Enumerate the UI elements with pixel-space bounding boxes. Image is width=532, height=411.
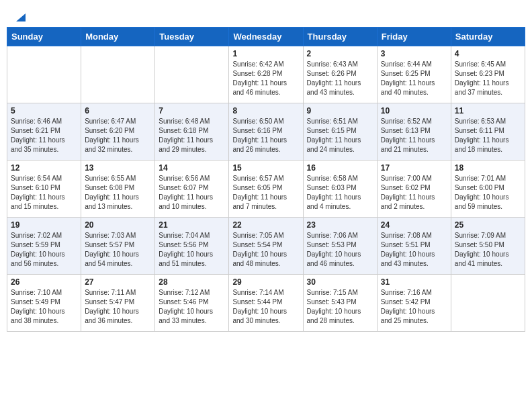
- calendar-cell: 9Sunrise: 6:51 AM Sunset: 6:15 PM Daylig…: [303, 103, 377, 161]
- day-info: Sunrise: 6:54 AM Sunset: 6:10 PM Dayligh…: [11, 174, 77, 212]
- calendar-cell: 1Sunrise: 6:42 AM Sunset: 6:28 PM Daylig…: [229, 46, 303, 103]
- day-info: Sunrise: 6:50 AM Sunset: 6:16 PM Dayligh…: [232, 117, 299, 154]
- calendar-cell: 27Sunrise: 7:11 AM Sunset: 5:47 PM Dayli…: [81, 275, 155, 332]
- calendar-cell: 13Sunrise: 6:55 AM Sunset: 6:08 PM Dayli…: [81, 161, 155, 218]
- calendar-week-2: 12Sunrise: 6:54 AM Sunset: 6:10 PM Dayli…: [7, 161, 525, 218]
- day-info: Sunrise: 6:46 AM Sunset: 6:21 PM Dayligh…: [11, 117, 77, 154]
- day-number: 12: [11, 163, 77, 173]
- day-number: 15: [232, 163, 299, 173]
- day-info: Sunrise: 7:15 AM Sunset: 5:43 PM Dayligh…: [307, 288, 373, 326]
- day-number: 6: [85, 106, 151, 116]
- day-info: Sunrise: 6:45 AM Sunset: 6:23 PM Dayligh…: [455, 60, 521, 97]
- day-number: 8: [232, 106, 299, 116]
- day-header-friday: Friday: [377, 28, 451, 46]
- day-info: Sunrise: 6:51 AM Sunset: 6:15 PM Dayligh…: [307, 117, 373, 154]
- calendar-cell: 17Sunrise: 7:00 AM Sunset: 6:02 PM Dayli…: [377, 161, 451, 218]
- day-info: Sunrise: 6:48 AM Sunset: 6:18 PM Dayligh…: [159, 117, 225, 154]
- calendar-cell: [81, 46, 155, 103]
- day-number: 4: [455, 49, 521, 58]
- calendar-cell: 2Sunrise: 6:43 AM Sunset: 6:26 PM Daylig…: [303, 46, 377, 103]
- calendar-cell: [7, 46, 81, 103]
- day-info: Sunrise: 6:58 AM Sunset: 6:03 PM Dayligh…: [307, 174, 373, 212]
- day-info: Sunrise: 7:04 AM Sunset: 5:56 PM Dayligh…: [159, 231, 225, 269]
- day-header-wednesday: Wednesday: [229, 28, 303, 46]
- day-number: 27: [85, 277, 151, 287]
- calendar-cell: 7Sunrise: 6:48 AM Sunset: 6:18 PM Daylig…: [155, 103, 229, 161]
- calendar-cell: 18Sunrise: 7:01 AM Sunset: 6:00 PM Dayli…: [451, 161, 525, 218]
- calendar-cell: 28Sunrise: 7:12 AM Sunset: 5:46 PM Dayli…: [155, 275, 229, 332]
- day-number: 30: [307, 277, 373, 287]
- calendar-body: 1Sunrise: 6:42 AM Sunset: 6:28 PM Daylig…: [7, 46, 525, 332]
- day-info: Sunrise: 6:52 AM Sunset: 6:13 PM Dayligh…: [381, 117, 447, 154]
- day-info: Sunrise: 6:43 AM Sunset: 6:26 PM Dayligh…: [307, 60, 373, 97]
- day-number: 13: [85, 163, 151, 173]
- day-header-tuesday: Tuesday: [155, 28, 229, 46]
- day-number: 10: [381, 106, 447, 116]
- day-info: Sunrise: 6:44 AM Sunset: 6:25 PM Dayligh…: [381, 60, 447, 97]
- svg-marker-0: [16, 13, 26, 21]
- calendar-cell: 16Sunrise: 6:58 AM Sunset: 6:03 PM Dayli…: [303, 161, 377, 218]
- calendar-week-4: 26Sunrise: 7:10 AM Sunset: 5:49 PM Dayli…: [7, 275, 525, 332]
- day-info: Sunrise: 6:53 AM Sunset: 6:11 PM Dayligh…: [455, 117, 521, 154]
- day-number: 19: [11, 220, 77, 230]
- calendar-cell: 8Sunrise: 6:50 AM Sunset: 6:16 PM Daylig…: [229, 103, 303, 161]
- day-number: 22: [232, 220, 299, 230]
- day-number: 28: [159, 277, 225, 287]
- calendar-cell: 30Sunrise: 7:15 AM Sunset: 5:43 PM Dayli…: [303, 275, 377, 332]
- day-header-monday: Monday: [81, 28, 155, 46]
- calendar-week-3: 19Sunrise: 7:02 AM Sunset: 5:59 PM Dayli…: [7, 218, 525, 275]
- day-number: 2: [307, 49, 373, 58]
- day-info: Sunrise: 7:09 AM Sunset: 5:50 PM Dayligh…: [455, 231, 521, 269]
- day-number: 3: [381, 49, 447, 58]
- day-info: Sunrise: 6:57 AM Sunset: 6:05 PM Dayligh…: [232, 174, 299, 212]
- day-number: 1: [232, 49, 299, 58]
- day-info: Sunrise: 7:14 AM Sunset: 5:44 PM Dayligh…: [232, 288, 299, 326]
- page-header: [7, 7, 525, 27]
- calendar-cell: [155, 46, 229, 103]
- calendar-cell: [451, 275, 525, 332]
- day-number: 9: [307, 106, 373, 116]
- calendar-cell: 11Sunrise: 6:53 AM Sunset: 6:11 PM Dayli…: [451, 103, 525, 161]
- day-number: 18: [455, 163, 521, 173]
- day-info: Sunrise: 7:02 AM Sunset: 5:59 PM Dayligh…: [11, 231, 77, 269]
- calendar-cell: 31Sunrise: 7:16 AM Sunset: 5:42 PM Dayli…: [377, 275, 451, 332]
- calendar-cell: 15Sunrise: 6:57 AM Sunset: 6:05 PM Dayli…: [229, 161, 303, 218]
- day-number: 5: [11, 106, 77, 116]
- day-info: Sunrise: 7:10 AM Sunset: 5:49 PM Dayligh…: [11, 288, 77, 326]
- day-number: 23: [307, 220, 373, 230]
- logo: [13, 12, 27, 23]
- day-number: 14: [159, 163, 225, 173]
- calendar-cell: 21Sunrise: 7:04 AM Sunset: 5:56 PM Dayli…: [155, 218, 229, 275]
- day-number: 25: [455, 220, 521, 230]
- day-number: 31: [381, 277, 447, 287]
- day-info: Sunrise: 7:03 AM Sunset: 5:57 PM Dayligh…: [85, 231, 151, 269]
- day-info: Sunrise: 7:16 AM Sunset: 5:42 PM Dayligh…: [381, 288, 447, 326]
- calendar-cell: 25Sunrise: 7:09 AM Sunset: 5:50 PM Dayli…: [451, 218, 525, 275]
- logo-icon: [15, 11, 27, 23]
- day-info: Sunrise: 6:55 AM Sunset: 6:08 PM Dayligh…: [85, 174, 151, 212]
- day-info: Sunrise: 7:00 AM Sunset: 6:02 PM Dayligh…: [381, 174, 447, 212]
- day-info: Sunrise: 7:08 AM Sunset: 5:51 PM Dayligh…: [381, 231, 447, 269]
- calendar-cell: 14Sunrise: 6:56 AM Sunset: 6:07 PM Dayli…: [155, 161, 229, 218]
- calendar-header: SundayMondayTuesdayWednesdayThursdayFrid…: [7, 28, 525, 46]
- day-info: Sunrise: 7:01 AM Sunset: 6:00 PM Dayligh…: [455, 174, 521, 212]
- day-info: Sunrise: 7:06 AM Sunset: 5:53 PM Dayligh…: [307, 231, 373, 269]
- calendar-cell: 22Sunrise: 7:05 AM Sunset: 5:54 PM Dayli…: [229, 218, 303, 275]
- day-number: 20: [85, 220, 151, 230]
- calendar-cell: 10Sunrise: 6:52 AM Sunset: 6:13 PM Dayli…: [377, 103, 451, 161]
- day-info: Sunrise: 6:47 AM Sunset: 6:20 PM Dayligh…: [85, 117, 151, 154]
- calendar-cell: 6Sunrise: 6:47 AM Sunset: 6:20 PM Daylig…: [81, 103, 155, 161]
- calendar-cell: 5Sunrise: 6:46 AM Sunset: 6:21 PM Daylig…: [7, 103, 81, 161]
- day-info: Sunrise: 6:56 AM Sunset: 6:07 PM Dayligh…: [159, 174, 225, 212]
- day-header-saturday: Saturday: [451, 28, 525, 46]
- day-header-sunday: Sunday: [7, 28, 81, 46]
- calendar-cell: 4Sunrise: 6:45 AM Sunset: 6:23 PM Daylig…: [451, 46, 525, 103]
- calendar-cell: 26Sunrise: 7:10 AM Sunset: 5:49 PM Dayli…: [7, 275, 81, 332]
- calendar-cell: 23Sunrise: 7:06 AM Sunset: 5:53 PM Dayli…: [303, 218, 377, 275]
- calendar-week-0: 1Sunrise: 6:42 AM Sunset: 6:28 PM Daylig…: [7, 46, 525, 103]
- day-info: Sunrise: 7:12 AM Sunset: 5:46 PM Dayligh…: [159, 288, 225, 326]
- day-number: 26: [11, 277, 77, 287]
- calendar-cell: 24Sunrise: 7:08 AM Sunset: 5:51 PM Dayli…: [377, 218, 451, 275]
- day-info: Sunrise: 6:42 AM Sunset: 6:28 PM Dayligh…: [232, 60, 299, 97]
- calendar-cell: 19Sunrise: 7:02 AM Sunset: 5:59 PM Dayli…: [7, 218, 81, 275]
